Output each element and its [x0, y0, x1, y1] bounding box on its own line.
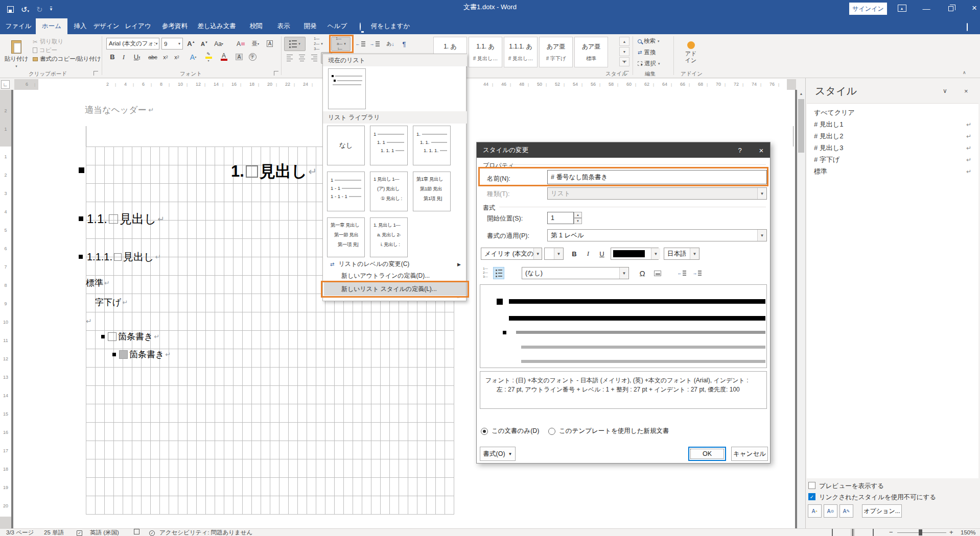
character-border-button[interactable]: A — [264, 38, 276, 50]
addins-button[interactable]: アド イン — [679, 37, 703, 68]
heading2-line[interactable]: 1.1.見出し↵ — [87, 211, 165, 227]
text-effects-button[interactable]: A▾ — [186, 51, 200, 63]
manage-styles-button[interactable]: A✎ — [839, 504, 853, 518]
menu-define-new-list-style[interactable]: 新しいリスト スタイルの定義(L)... — [324, 282, 466, 296]
library-dash-numbers[interactable]: 1 1 - 1 1 - 1 - 1 — [327, 172, 365, 211]
pane-chevron-down-icon[interactable]: ∨ — [943, 87, 947, 94]
clipboard-dialog-launcher[interactable] — [94, 71, 98, 76]
style-item-heading2[interactable]: # 見出し2↵ — [807, 130, 978, 142]
enclose-characters-button[interactable]: 字 — [246, 51, 259, 63]
tab-mailings[interactable]: 差し込み文書 — [197, 18, 236, 34]
increase-indent-button[interactable]: → — [368, 37, 381, 51]
gallery-more-button[interactable]: ▼ — [619, 57, 629, 66]
apply-to-combo[interactable]: 第 1 レベル▼ — [547, 229, 767, 241]
align-center-button[interactable] — [296, 52, 308, 64]
shrink-font-button[interactable]: A▼ — [198, 38, 211, 50]
clear-formatting-button[interactable]: A — [234, 38, 247, 50]
library-none[interactable]: なし — [327, 126, 365, 165]
pane-close-icon[interactable]: × — [964, 87, 968, 95]
style-gallery-item-normal[interactable]: あア亜標準 — [574, 37, 608, 67]
font-name-combo[interactable]: Arial (本文のフォ:▾ — [106, 38, 159, 50]
scrollbar-thumb[interactable] — [798, 99, 804, 153]
spin-up-button[interactable]: ▲ — [574, 212, 582, 218]
tellme-box[interactable]: 何をしますか — [370, 18, 411, 34]
style-gallery-item-indent[interactable]: あア亜# 字下げ — [539, 37, 573, 67]
tab-developer[interactable]: 開発 — [300, 18, 320, 34]
library-numbered-dot[interactable]: 1. 1. 1. 1. 1. 1. — [413, 126, 451, 165]
zoom-in-button[interactable]: + — [949, 529, 953, 536]
language-indicator[interactable]: 英語 (米国) — [90, 529, 119, 536]
style-item-clear-all[interactable]: すべてクリア — [807, 107, 978, 118]
show-marks-button[interactable]: ¶ — [399, 37, 410, 51]
style-item-heading3[interactable]: # 見出し3↵ — [807, 142, 978, 154]
font-dialog-launcher[interactable] — [274, 71, 278, 76]
format-menu-button[interactable]: 書式(O)▼ — [480, 447, 516, 461]
multilevel-list-button[interactable]: 1— a— i— ▾ — [331, 37, 351, 51]
bullet-char-combo[interactable]: (なし)▼ — [522, 267, 629, 279]
cancel-button[interactable]: キャンセル — [731, 447, 768, 461]
find-button[interactable]: 検索▾ — [638, 37, 660, 45]
tab-review[interactable]: 校閲 — [246, 18, 266, 34]
character-shading-button[interactable]: A — [233, 51, 245, 63]
style-item-indent[interactable]: # 字下げ↵ — [807, 154, 978, 165]
zoom-out-button[interactable]: − — [889, 529, 893, 536]
dialog-increase-indent-button[interactable]: → — [690, 267, 704, 279]
grow-font-button[interactable]: A▲ — [185, 38, 197, 50]
highlight-button[interactable]: ✎▾ — [201, 51, 216, 63]
comments-icon[interactable] — [967, 23, 968, 31]
copy-button[interactable]: コピー — [33, 46, 57, 54]
library-alpha-roman[interactable]: 1. 見出し 1— a. 見出し 2- i. 見出し : — [370, 217, 408, 257]
restore-button[interactable] — [944, 2, 958, 14]
start-at-input[interactable]: 1 — [547, 212, 574, 224]
tab-file[interactable]: ファイル — [4, 18, 33, 34]
style-name-input[interactable]: # 番号なし箇条書き — [547, 170, 767, 184]
bullet-line-2[interactable]: 箇条書き↵ — [112, 348, 171, 360]
word-count[interactable]: 25 単語 — [44, 529, 64, 536]
tab-references[interactable]: 参考資料 — [159, 18, 190, 34]
close-button[interactable]: × — [968, 2, 980, 14]
dialog-bullets-button[interactable] — [493, 267, 504, 279]
italic-button[interactable]: I — [119, 51, 129, 63]
new-style-button[interactable]: A+ — [808, 504, 822, 518]
dialog-help-button[interactable]: ? — [732, 142, 748, 158]
dialog-language-combo[interactable]: 日本語▼ — [664, 248, 699, 260]
bullets-button[interactable]: ▾ — [284, 37, 306, 51]
style-item-heading1[interactable]: # 見出し1↵ — [807, 118, 978, 130]
select-button[interactable]: ▸選択▾ — [638, 60, 660, 67]
style-gallery-item-heading3[interactable]: 1.1.1. あ# 見出し… — [504, 37, 538, 67]
radio-only-this-document[interactable]: この文書のみ(D) — [481, 427, 540, 435]
library-numbered[interactable]: 1 1. 1 1. 1. 1 — [370, 126, 408, 165]
format-painter-button[interactable]: 書式のコピー/貼り付け — [33, 55, 101, 63]
gallery-scroll-down-button[interactable]: ▼ — [619, 47, 629, 56]
radio-new-documents[interactable]: このテンプレートを使用した新規文書 — [548, 427, 669, 435]
style-type-combo[interactable]: リスト▼ — [547, 187, 767, 200]
dialog-close-button[interactable]: × — [754, 142, 769, 158]
gallery-scroll-up-button[interactable]: ▲ — [619, 37, 629, 46]
minimize-button[interactable]: — — [920, 2, 933, 14]
indent-line[interactable]: 字下げ↵ — [95, 296, 128, 308]
ribbon-display-options-button[interactable]: ▴ — [895, 2, 908, 14]
dialog-numbering-button[interactable]: 1—2—3— — [480, 267, 491, 279]
tab-help[interactable]: ヘルプ — [327, 18, 347, 34]
subscript-button[interactable]: x2 — [160, 51, 171, 63]
style-gallery-item-heading2[interactable]: 1.1. あ# 見出し… — [469, 37, 502, 67]
ok-button[interactable]: OK — [688, 447, 726, 461]
empty-paragraph-line[interactable]: ↵ — [86, 315, 92, 327]
dialog-size-combo[interactable]: ▼ — [544, 248, 564, 260]
decrease-indent-button[interactable]: ← — [354, 37, 367, 51]
strikethrough-button[interactable]: abc — [146, 51, 159, 63]
proofing-icon[interactable]: ✓ — [77, 529, 82, 536]
dialog-title-bar[interactable]: スタイルの変更 — [477, 142, 770, 158]
web-layout-button[interactable] — [873, 529, 874, 536]
dialog-color-combo[interactable]: ▼ — [611, 248, 659, 260]
zoom-slider-thumb[interactable] — [919, 529, 922, 535]
scroll-up-arrow[interactable]: ▲ — [797, 90, 805, 95]
heading1-line[interactable]: 1.見出し↵ — [231, 161, 317, 182]
read-mode-button[interactable] — [832, 529, 833, 536]
accessibility-status[interactable]: アクセシビリティ: 問題ありません — [159, 529, 252, 536]
dialog-decrease-indent-button[interactable]: ← — [675, 267, 688, 279]
phonetic-guide-button[interactable]: 亜▾ — [249, 38, 262, 50]
style-item-normal[interactable]: 標準↵ — [807, 165, 978, 177]
collapse-ribbon-icon[interactable]: ∧ — [963, 70, 966, 75]
normal-line[interactable]: 標準↵ — [86, 277, 110, 289]
